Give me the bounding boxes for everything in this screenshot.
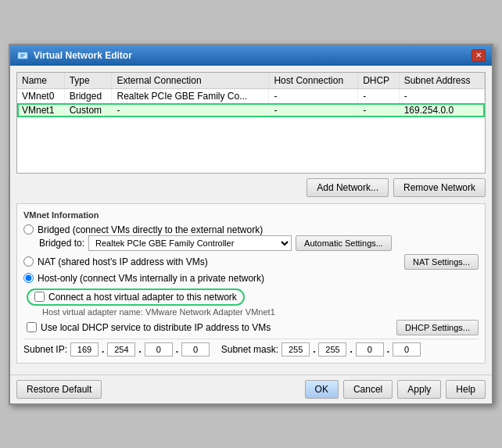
dhcp-settings-button[interactable]: DHCP Settings... <box>396 320 479 335</box>
remove-network-button[interactable]: Remove Network <box>393 178 486 197</box>
cell-subnet: 169.254.0.0 <box>399 103 484 117</box>
subnet-mask-2[interactable] <box>356 342 384 357</box>
cell-subnet: - <box>399 88 484 103</box>
cell-host: - <box>269 88 358 103</box>
subnet-mask-1[interactable] <box>318 342 346 357</box>
col-dhcp: DHCP <box>358 73 400 89</box>
ok-button[interactable]: OK <box>305 380 339 399</box>
close-button[interactable]: ✕ <box>472 49 486 62</box>
col-external: External Connection <box>112 73 269 89</box>
nat-row: NAT (shared host's IP address with VMs) … <box>23 254 479 270</box>
network-table-container[interactable]: Name Type External Connection Host Conne… <box>16 72 486 174</box>
cell-dhcp: - <box>358 88 400 103</box>
cell-type: Custom <box>64 103 112 117</box>
dot-3: . <box>176 344 178 355</box>
table-row[interactable]: VMnet0 Bridged Realtek PCIe GBE Family C… <box>17 88 485 103</box>
restore-default-button[interactable]: Restore Default <box>16 380 102 399</box>
auto-settings-button[interactable]: Automatic Settings... <box>296 235 392 251</box>
bridged-to-dropdown[interactable]: Realtek PCIe GBE Family Controller <box>88 235 292 251</box>
app-icon <box>16 49 29 62</box>
bridged-to-row: Bridged to: Realtek PCIe GBE Family Cont… <box>39 235 479 251</box>
cell-name: VMnet0 <box>17 88 64 103</box>
table-header-row: Name Type External Connection Host Conne… <box>17 73 485 89</box>
bridged-radio[interactable] <box>23 224 34 235</box>
dhcp-row: Use local DHCP service to distribute IP … <box>27 320 479 335</box>
vmnet-info-panel: VMnet Information Bridged (connect VMs d… <box>16 203 486 364</box>
cell-dhcp: - <box>358 103 400 117</box>
bridged-row: Bridged (connect VMs directly to the ext… <box>23 224 479 235</box>
cell-name: VMnet1 <box>17 103 64 117</box>
col-type: Type <box>64 73 112 89</box>
cell-external: - <box>112 103 269 117</box>
dialog-content: Name Type External Connection Host Conne… <box>10 66 492 375</box>
cancel-button[interactable]: Cancel <box>343 380 393 399</box>
dialog-window: Virtual Network Editor ✕ Name Type Exter… <box>9 44 493 405</box>
col-host: Host Connection <box>269 73 358 89</box>
cell-host: - <box>269 103 358 117</box>
table-buttons: Add Network... Remove Network <box>16 178 486 197</box>
help-button[interactable]: Help <box>446 380 486 399</box>
dot-6: . <box>387 344 389 355</box>
subnet-ip-3[interactable] <box>181 342 210 357</box>
subnet-mask-0[interactable] <box>281 342 310 357</box>
cell-type: Bridged <box>64 88 112 103</box>
dot-5: . <box>350 344 352 355</box>
nat-radio[interactable] <box>23 256 34 267</box>
connect-adapter-outlined-row: Connect a host virtual adapter to this n… <box>27 289 245 306</box>
network-table: Name Type External Connection Host Conne… <box>17 73 485 117</box>
vmnet-info-title: VMnet Information <box>23 210 479 220</box>
subnet-row: Subnet IP: . . . Subnet mask: . . . <box>23 339 479 357</box>
connect-adapter-label: Connect a host virtual adapter to this n… <box>48 292 237 303</box>
bridged-label: Bridged (connect VMs directly to the ext… <box>38 224 263 235</box>
window-title: Virtual Network Editor <box>34 50 132 61</box>
dhcp-label: Use local DHCP service to distribute IP … <box>41 322 271 333</box>
add-network-button[interactable]: Add Network... <box>307 178 389 197</box>
dot-4: . <box>313 344 315 355</box>
dhcp-checkbox[interactable] <box>27 322 37 332</box>
subnet-mask-label: Subnet mask: <box>221 344 278 355</box>
col-name: Name <box>17 73 64 89</box>
table-row[interactable]: VMnet1 Custom - - - 169.254.0.0 <box>17 103 485 117</box>
title-bar: Virtual Network Editor ✕ <box>10 45 492 66</box>
subnet-mask-3[interactable] <box>393 342 421 357</box>
col-subnet: Subnet Address <box>399 73 484 89</box>
subnet-ip-1[interactable] <box>107 342 135 357</box>
subnet-ip-label: Subnet IP: <box>23 344 67 355</box>
host-only-label: Host-only (connect VMs internally in a p… <box>38 273 264 284</box>
connect-adapter-checkbox[interactable] <box>34 292 45 302</box>
cell-external: Realtek PCIe GBE Family Co... <box>112 88 269 103</box>
dialog-footer: Restore Default OK Cancel Apply Help <box>10 375 492 403</box>
bridged-to-label: Bridged to: <box>39 238 84 249</box>
nat-label: NAT (shared host's IP address with VMs) <box>38 256 208 267</box>
subnet-ip-2[interactable] <box>145 342 173 357</box>
dot-1: . <box>102 344 104 355</box>
subnet-ip-0[interactable] <box>70 342 99 357</box>
dot-2: . <box>138 344 141 355</box>
host-only-row: Host-only (connect VMs internally in a p… <box>23 273 479 284</box>
svg-rect-1 <box>19 53 27 58</box>
host-only-radio[interactable] <box>23 273 34 283</box>
apply-button[interactable]: Apply <box>397 380 441 399</box>
footer-right-buttons: OK Cancel Apply Help <box>305 380 486 399</box>
adapter-name-text: Host virtual adapter name: VMware Networ… <box>42 307 479 317</box>
nat-settings-button[interactable]: NAT Settings... <box>404 254 479 270</box>
title-bar-left: Virtual Network Editor <box>16 49 132 62</box>
